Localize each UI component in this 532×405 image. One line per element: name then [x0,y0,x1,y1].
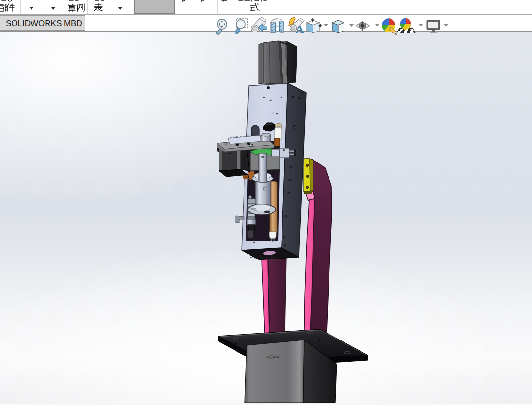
svg-text:A: A [296,23,304,35]
